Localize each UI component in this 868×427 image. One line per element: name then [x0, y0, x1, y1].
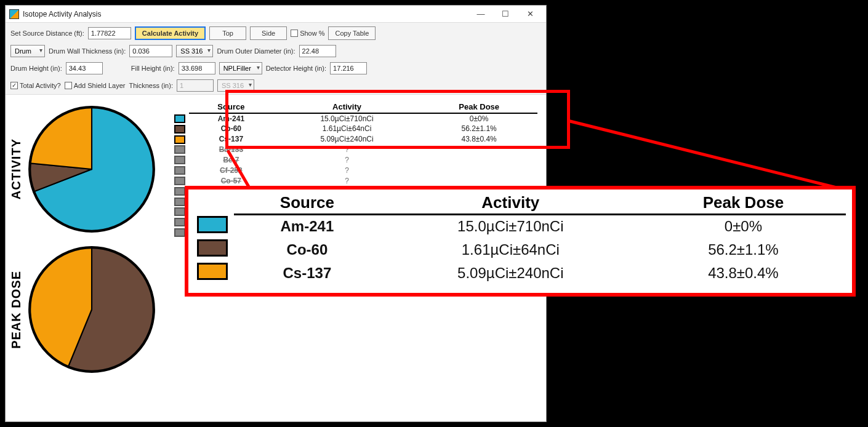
charts-column: ACTIVITY PEAK DOSE [9, 98, 169, 374]
material-dropdown[interactable]: SS 316 [176, 45, 213, 57]
color-swatch [174, 114, 185, 123]
minimize-button[interactable]: — [468, 7, 493, 22]
color-swatch [174, 177, 185, 185]
cell-activity: 5.09µCi±240nCi [273, 134, 421, 145]
container-dropdown[interactable]: Drum [10, 45, 45, 57]
cell-activity: 15.0µCi±710nCi [273, 113, 421, 124]
col-peakdose: Peak Dose [420, 101, 537, 113]
color-swatch [174, 198, 185, 206]
toolbar-row-4: ✓ Total Activity? Add Shield Layer Thick… [10, 78, 541, 93]
calculate-button[interactable]: Calculate Activity [135, 26, 206, 40]
table-row: Am-24115.0µCi±710nCi0±0% [191, 215, 846, 238]
checkbox-icon [65, 82, 72, 89]
thickness-label: Thickness (in): [129, 82, 173, 89]
color-swatch [174, 187, 185, 196]
drum-height-label: Drum Height (in): [10, 65, 62, 72]
checkbox-icon: ✓ [10, 82, 18, 89]
cell-peakdose [420, 154, 537, 165]
cell-source: Am-241 [189, 113, 273, 124]
color-swatch [174, 145, 185, 154]
add-shield-label: Add Shield Layer [74, 82, 126, 89]
show-pct-checkbox[interactable]: Show % [291, 30, 324, 37]
total-activity-checkbox[interactable]: ✓ Total Activity? [10, 82, 61, 89]
connector-line [568, 119, 850, 193]
peakdose-chart-label: PEAK DOSE [9, 271, 23, 349]
table-row[interactable]: Cs-1375.09µCi±240nCi43.8±0.4% [171, 134, 537, 145]
zoom-col-peakdose: Peak Dose [641, 192, 846, 215]
cell-peakdose [420, 165, 537, 175]
color-swatch [174, 135, 185, 144]
distance-label: Set Source Distance (ft): [10, 30, 84, 37]
cell-peakdose [420, 175, 537, 186]
cell-peakdose: 56.2±1.1% [420, 124, 537, 134]
table-row[interactable]: Cf-252? [171, 165, 537, 175]
peakdose-pie-chart [27, 245, 156, 374]
cell-activity: ? [273, 175, 421, 186]
cell-source: Am-241 [234, 215, 380, 238]
thickness-input [177, 79, 214, 92]
app-icon [9, 9, 19, 19]
color-swatch [197, 216, 228, 233]
table-row[interactable]: Co-57? [171, 175, 537, 186]
top-button[interactable]: Top [209, 26, 246, 40]
table-row[interactable]: Am-24115.0µCi±710nCi0±0% [171, 113, 537, 124]
cell-activity: 1.61µCi±64nCi [273, 124, 421, 134]
shield-material-dropdown: SS 316 [217, 79, 254, 92]
cell-peakdose: 0±0% [420, 113, 537, 124]
copy-table-button[interactable]: Copy Table [328, 26, 376, 40]
color-swatch [174, 166, 185, 175]
table-row: Co-601.61µCi±64nCi56.2±1.1% [191, 238, 846, 261]
cell-source: Co-60 [234, 238, 380, 261]
title-bar: Isotope Activity Analysis — ☐ ✕ [6, 6, 546, 23]
show-pct-label: Show % [300, 30, 324, 37]
toolbar-row-1: Set Source Distance (ft): Calculate Acti… [10, 25, 541, 41]
toolbar-row-3: Drum Height (in): Fill Height (in): NPLF… [10, 61, 541, 76]
cell-activity: ? [273, 165, 421, 175]
zoom-table: Source Activity Peak Dose Am-24115.0µCi±… [191, 192, 846, 285]
drum-height-input[interactable] [66, 62, 103, 74]
cell-source: Co-60 [189, 124, 273, 134]
color-swatch [174, 228, 185, 237]
cell-peakdose: 43.8±0.4% [420, 134, 537, 145]
table-row[interactable]: Ba-133? [171, 145, 537, 155]
wall-label: Drum Wall Thickness (in): [49, 47, 126, 55]
zoom-col-activity: Activity [380, 192, 641, 215]
maximize-button[interactable]: ☐ [493, 7, 518, 22]
cell-source: Co-57 [189, 175, 273, 186]
zoom-col-source: Source [234, 192, 380, 215]
outer-dia-input[interactable] [299, 45, 336, 57]
table-row[interactable]: Co-601.61µCi±64nCi56.2±1.1% [171, 124, 537, 134]
cell-peakdose: 0±0% [641, 215, 846, 238]
cell-source: Cs-137 [189, 134, 273, 145]
color-swatch [174, 156, 185, 164]
color-swatch [174, 207, 185, 216]
color-swatch [197, 263, 228, 280]
col-source: Source [189, 101, 273, 113]
cell-peakdose: 56.2±1.1% [641, 238, 846, 261]
cell-source: Cf-252 [189, 165, 273, 175]
cell-activity: 15.0µCi±710nCi [380, 215, 641, 238]
close-button[interactable]: ✕ [518, 7, 542, 22]
color-swatch [174, 218, 185, 226]
window-title: Isotope Activity Analysis [23, 10, 468, 18]
distance-input[interactable] [88, 27, 131, 39]
peakdose-chart-block: PEAK DOSE [9, 245, 169, 374]
activity-pie-chart [27, 105, 156, 234]
cell-activity: 5.09µCi±240nCi [380, 261, 641, 285]
detector-height-input[interactable] [330, 62, 367, 74]
color-swatch [197, 239, 228, 257]
total-activity-label: Total Activity? [20, 82, 61, 89]
add-shield-checkbox[interactable]: Add Shield Layer [65, 82, 126, 89]
side-button[interactable]: Side [250, 26, 287, 40]
filler-dropdown[interactable]: NPLFiller [219, 62, 262, 74]
detector-height-label: Detector Height (in): [266, 65, 326, 72]
color-swatch [174, 125, 185, 134]
cell-source: Cs-137 [234, 261, 380, 285]
col-activity: Activity [273, 101, 421, 113]
toolbar: Set Source Distance (ft): Calculate Acti… [6, 23, 546, 95]
fill-height-input[interactable] [179, 62, 215, 74]
outer-dia-label: Drum Outer Diameter (in): [217, 47, 295, 55]
wall-input[interactable] [129, 45, 172, 57]
table-row[interactable]: Be-7? [171, 154, 537, 165]
checkbox-icon [291, 30, 298, 37]
